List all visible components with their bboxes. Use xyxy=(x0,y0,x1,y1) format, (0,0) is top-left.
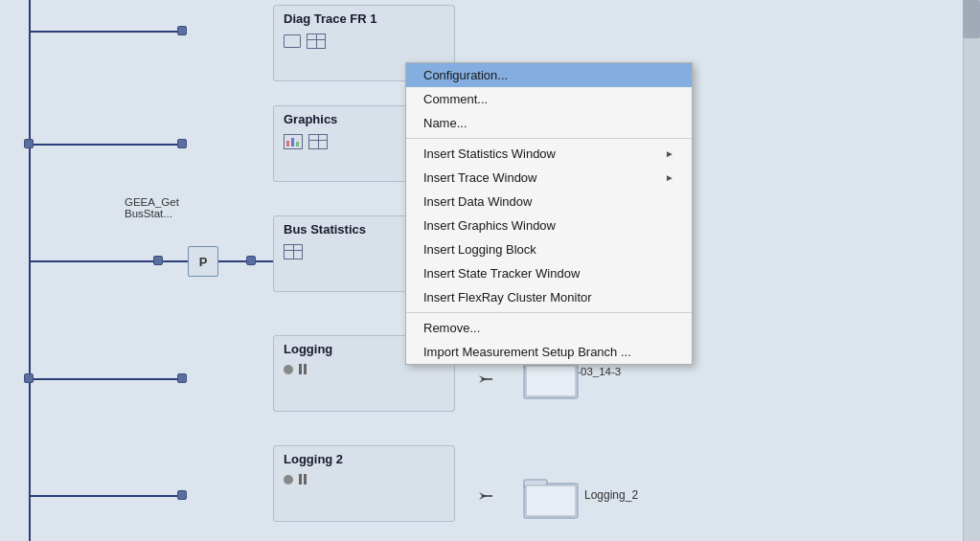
pause-icon xyxy=(299,364,307,374)
monitor-icon xyxy=(284,34,301,48)
scrollbar-thumb[interactable] xyxy=(963,0,980,38)
logging2-label: Logging_2 xyxy=(584,488,638,502)
connector-logging xyxy=(177,373,187,383)
menu-item-insert-flexray[interactable]: Insert FlexRay Cluster Monitor xyxy=(406,285,692,309)
menu-item-insert-data[interactable]: Insert Data Window xyxy=(406,190,692,214)
scrollbar-track[interactable] xyxy=(963,0,980,541)
p-box: P xyxy=(188,246,218,277)
connector-bus xyxy=(246,256,256,265)
menu-item-insert-stats[interactable]: Insert Statistics Window ► xyxy=(406,142,692,166)
main-canvas: P GEEA_GetBusStat... Diag Trace FR 1 Gra… xyxy=(0,0,980,541)
wire-diag xyxy=(29,31,182,33)
graphics-icon1 xyxy=(284,134,303,149)
menu-item-insert-graphics[interactable]: Insert Graphics Window xyxy=(406,214,692,237)
wire-bus xyxy=(29,260,273,262)
block-logging2[interactable]: Logging 2 xyxy=(273,445,455,522)
connector-backbone-graphics xyxy=(24,139,34,148)
wire-graphics xyxy=(29,144,182,146)
menu-item-insert-logging[interactable]: Insert Logging Block xyxy=(406,237,692,261)
arrow-stats: ► xyxy=(665,148,674,159)
menu-item-insert-state[interactable]: Insert State Tracker Window xyxy=(406,261,692,285)
menu-separator-2 xyxy=(406,312,692,313)
menu-separator-1 xyxy=(406,138,692,139)
backbone-wire xyxy=(29,0,31,541)
block-diag-trace-icons xyxy=(274,30,454,55)
record-icon2 xyxy=(284,475,293,485)
connector-graphics xyxy=(177,139,187,148)
wire-logging xyxy=(29,378,182,380)
svg-rect-9 xyxy=(526,366,576,396)
arrow-trace: ► xyxy=(665,172,674,183)
pause-icon2 xyxy=(299,474,307,485)
connector-logging2 xyxy=(177,490,187,500)
block-logging2-title: Logging 2 xyxy=(274,446,454,470)
bus-table-icon xyxy=(284,244,303,259)
arrow-logging xyxy=(479,373,492,388)
table-icon2 xyxy=(308,134,328,149)
arrow-logging2 xyxy=(479,490,492,505)
menu-item-import[interactable]: Import Measurement Setup Branch ... xyxy=(406,340,692,364)
menu-item-configuration[interactable]: Configuration... xyxy=(406,63,692,87)
svg-rect-6 xyxy=(526,485,576,516)
connector-backbone-logging xyxy=(24,373,34,383)
connector-diag xyxy=(177,26,187,35)
wire-logging2 xyxy=(29,495,182,497)
menu-item-comment[interactable]: Comment... xyxy=(406,87,692,111)
record-icon xyxy=(284,365,293,374)
block-diag-trace-title: Diag Trace FR 1 xyxy=(274,6,454,30)
folder-logging2 xyxy=(522,474,580,525)
connector-bus-mid xyxy=(153,256,163,265)
menu-item-insert-trace[interactable]: Insert Trace Window ► xyxy=(406,166,692,190)
context-menu: Configuration... Comment... Name... Inse… xyxy=(405,62,693,365)
menu-item-name[interactable]: Name... xyxy=(406,111,692,135)
geea-label: GEEA_GetBusStat... xyxy=(125,196,211,219)
menu-item-remove[interactable]: Remove... xyxy=(406,316,692,340)
block-logging2-icons xyxy=(274,470,454,490)
table-icon xyxy=(307,34,326,49)
